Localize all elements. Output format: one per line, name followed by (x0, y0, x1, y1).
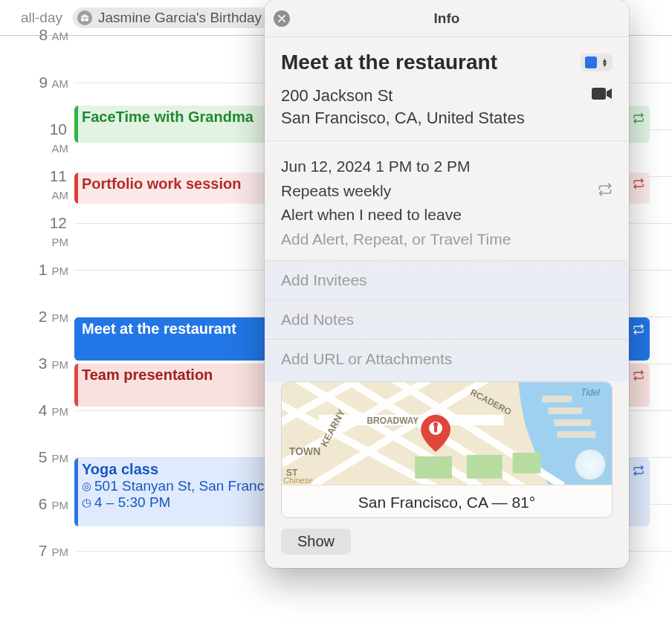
event-stripe (74, 364, 78, 407)
datetime-section: Jun 12, 2024 1 PM to 2 PM Repeats weekly… (265, 141, 629, 261)
clock-icon: ◷ (82, 496, 91, 509)
repeat-icon (630, 110, 647, 126)
hour-label-6: 6 PM (31, 495, 68, 513)
video-call-icon[interactable] (592, 86, 613, 105)
hour-label-10: 10 AM (31, 120, 68, 156)
alert-field[interactable]: Alert when I need to leave (281, 203, 613, 227)
svg-point-26 (433, 422, 438, 427)
url-attachments-section[interactable]: Add URL or Attachments (265, 340, 629, 381)
repeat-icon (630, 367, 647, 384)
add-url-placeholder: Add URL or Attachments (281, 350, 452, 367)
repeat-icon (630, 321, 647, 338)
event-stripe (74, 172, 78, 204)
hour-label-11: 11 AM (31, 167, 68, 203)
close-button[interactable] (274, 10, 290, 27)
svg-rect-16 (557, 431, 595, 438)
svg-text:Tidel: Tidel (581, 387, 600, 398)
hour-label-3: 3 PM (31, 355, 68, 372)
hour-label-2: 2 PM (31, 308, 68, 326)
svg-rect-12 (513, 453, 541, 474)
notes-section[interactable]: Add Notes (265, 300, 629, 340)
popover-bottom: Show (265, 518, 629, 568)
calendar-color-picker[interactable]: ▲▼ (581, 54, 613, 71)
add-alert-repeat-travel[interactable]: Add Alert, Repeat, or Travel Time (281, 230, 613, 248)
add-notes-placeholder: Add Notes (281, 311, 354, 328)
hour-label-1: 1 PM (31, 261, 68, 279)
allday-label: all-day (21, 10, 62, 26)
svg-text:Chinese: Chinese (283, 476, 313, 485)
svg-rect-10 (415, 456, 452, 479)
hour-label-8: 8 AM (31, 26, 68, 44)
repeat-icon (630, 462, 647, 479)
event-stripe (74, 317, 78, 361)
map-svg: BROADWAY KEARNY TOWN ST RCADERO Tidel Ch… (282, 382, 612, 485)
hour-label-9: 9 AM (31, 74, 68, 91)
event-title-field[interactable]: Meet at the restaurant (281, 51, 497, 74)
svg-rect-14 (548, 407, 582, 414)
datetime-field[interactable]: Jun 12, 2024 1 PM to 2 PM (281, 155, 613, 179)
map-preview[interactable]: BROADWAY KEARNY TOWN ST RCADERO Tidel Ch… (281, 381, 613, 518)
repeat-icon (630, 175, 647, 192)
hour-label-7: 7 PM (31, 542, 68, 560)
popover-header: Info (265, 0, 629, 37)
allday-event-label: Jasmine Garcia's Birthday (98, 10, 262, 26)
hour-label-5: 5 PM (31, 448, 68, 466)
event-title: FaceTime with Grandma (82, 109, 253, 125)
repeat-icon (598, 182, 613, 201)
event-title: Portfolio work session (82, 175, 241, 192)
pin-icon: ◎ (82, 479, 91, 493)
event-info-popover: Info Meet at the restaurant ▲▼ 200 Jacks… (265, 0, 629, 568)
repeat-field[interactable]: Repeats weekly (281, 179, 391, 204)
allday-event-birthday[interactable]: Jasmine Garcia's Birthday (73, 7, 272, 28)
hour-label-12: 12 PM (31, 214, 68, 250)
show-button[interactable]: Show (281, 529, 351, 555)
svg-text:TOWN: TOWN (289, 445, 320, 457)
event-stripe (74, 458, 78, 526)
map-orientation-button[interactable] (575, 449, 606, 480)
event-title: Team presentation (82, 366, 213, 383)
svg-rect-0 (592, 88, 606, 100)
location-field[interactable]: 200 Jackson St San Francisco, CA, United… (281, 85, 525, 129)
add-invitees-placeholder: Add Invitees (281, 271, 367, 288)
gift-icon (77, 10, 92, 25)
hour-label-4: 4 PM (31, 401, 68, 419)
event-title: Meet at the restaurant (82, 320, 236, 337)
color-swatch (585, 56, 597, 68)
svg-rect-11 (467, 455, 503, 479)
svg-rect-13 (542, 395, 572, 402)
invitees-section[interactable]: Add Invitees (265, 261, 629, 300)
title-section: Meet at the restaurant ▲▼ 200 Jackson St… (265, 37, 629, 141)
event-stripe (74, 106, 78, 143)
popover-title: Info (434, 10, 460, 27)
map-weather-footer: San Francisco, CA — 81° (282, 485, 612, 518)
svg-rect-15 (554, 419, 591, 426)
svg-text:BROADWAY: BROADWAY (366, 416, 419, 426)
chevron-updown-icon: ▲▼ (601, 58, 608, 67)
